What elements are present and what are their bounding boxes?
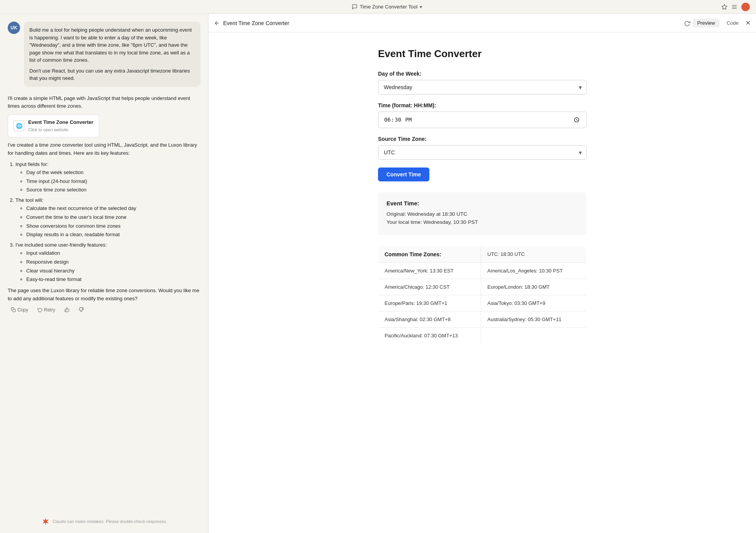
sub-item: Display results in a clean, readable for… (26, 231, 200, 239)
tz-cell: Pacific/Auckland: 07:30 GMT+13 (378, 327, 481, 343)
sub-item: Clear visual hierarchy (26, 267, 200, 275)
user-message: UK Build me a tool for helping people un… (8, 22, 200, 87)
tz-cell: America/Chicago: 12:30 CST (378, 279, 481, 295)
assistant-body-1: I've created a time zone converter tool … (8, 141, 200, 157)
list-item-2-sub: Calculate the next occurrence of the sel… (26, 205, 200, 239)
timezone-select-wrapper: UTC America/New_York America/Los_Angeles… (378, 145, 586, 160)
top-bar-actions (721, 3, 750, 11)
sub-item: Responsive design (26, 258, 200, 266)
list-item-3-title: I've included some user-friendly feature… (15, 242, 107, 248)
top-bar: Time Zone Converter Tool ▾ (0, 0, 756, 14)
sub-item: Time input (24-hour format) (26, 178, 200, 186)
tool-title: Event Time Converter (378, 48, 586, 60)
timezone-table: Common Time Zones: UTC: 18:30 UTC Americ… (378, 246, 586, 344)
preview-close-button[interactable]: ✕ (746, 19, 751, 27)
table-row: Asia/Shanghai: 02:30 GMT+8 Australia/Syd… (378, 311, 586, 327)
website-card-title: Event Time Zone Converter (28, 118, 93, 127)
globe-icon: 🌐 (14, 120, 24, 131)
day-select-wrapper: Wednesday Monday Tuesday Thursday Friday… (378, 80, 586, 95)
website-card-text: Event Time Zone Converter Click to open … (28, 118, 93, 133)
user-text-1: Build me a tool for helping people under… (29, 26, 195, 64)
tool-container: Event Time Converter Day of the Week: We… (378, 48, 586, 344)
star-icon[interactable] (721, 4, 727, 10)
list-item-1: Input fields for: Day of the week select… (15, 161, 200, 194)
refresh-icon (684, 20, 690, 26)
thumbs-up-button[interactable] (61, 306, 73, 313)
chat-panel: UK Build me a tool for helping people un… (0, 14, 208, 533)
day-label: Day of the Week: (378, 71, 586, 77)
retry-button[interactable]: Retry (34, 306, 58, 314)
claude-icon (41, 517, 50, 526)
svg-marker-0 (722, 4, 727, 9)
retry-label: Retry (44, 307, 55, 313)
day-form-group: Day of the Week: Wednesday Monday Tuesda… (378, 71, 586, 95)
user-avatar-top[interactable] (741, 3, 750, 11)
sub-item: Easy-to-read time format (26, 276, 200, 284)
tz-cell: Australia/Sydney: 05:30 GMT+11 (481, 311, 586, 327)
thumbs-up-icon (64, 307, 69, 312)
main-layout: UK Build me a tool for helping people un… (0, 14, 756, 533)
svg-rect-4 (13, 309, 15, 312)
website-card[interactable]: 🌐 Event Time Zone Converter Click to ope… (8, 114, 99, 137)
preview-panel: Event Time Zone Converter Preview Code ✕… (208, 14, 756, 533)
time-label: Time (format: HH:MM): (378, 102, 586, 108)
top-bar-title-area: Time Zone Converter Tool ▾ (352, 4, 422, 10)
sub-item: Input validation (26, 249, 200, 257)
time-input[interactable] (378, 112, 586, 128)
tz-cell: America/New_York: 13:30 EST (378, 262, 481, 279)
chat-footer: Claude can make mistakes. Please double-… (8, 514, 200, 529)
timezone-label: Source Time Zone: (378, 136, 586, 142)
event-time-result-box: Event Time: Original: Wednesday at 18:30… (378, 192, 586, 235)
top-bar-chevron[interactable]: ▾ (420, 4, 422, 10)
preview-title: Event Time Zone Converter (223, 20, 289, 26)
list-item-1-sub: Day of the week selection Time input (24… (26, 169, 200, 194)
list-item-2: The tool will: Calculate the next occurr… (15, 196, 200, 239)
time-form-group: Time (format: HH:MM): (378, 102, 586, 128)
feature-list: Input fields for: Day of the week select… (15, 161, 200, 284)
code-tab-button[interactable]: Code (722, 19, 743, 27)
table-row: Pacific/Auckland: 07:30 GMT+13 (378, 327, 586, 343)
result-original: Original: Wednesday at 18:30 UTC (386, 211, 578, 217)
event-time-result-title: Event Time: (386, 200, 578, 206)
menu-icon[interactable] (731, 4, 737, 10)
tz-utc-value: UTC: 18:30 UTC (481, 246, 586, 262)
preview-toolbar-left: Event Time Zone Converter (214, 20, 289, 26)
footer-notice: Claude can make mistakes. Please double-… (53, 519, 167, 524)
copy-button[interactable]: Copy (8, 306, 31, 314)
thumbs-down-button[interactable] (76, 306, 87, 313)
tz-cell: Europe/London: 18:30 GMT (481, 279, 586, 295)
list-item-2-title: The tool will: (15, 197, 43, 203)
convert-button[interactable]: Convert Time (378, 168, 429, 181)
time-input-wrapper (378, 112, 586, 128)
tz-cell: Europe/Paris: 19:30 GMT+1 (378, 295, 481, 311)
assistant-message: I'll create a simple HTML page with Java… (8, 95, 200, 314)
tz-cell: Asia/Shanghai: 02:30 GMT+8 (378, 311, 481, 327)
chat-icon (352, 4, 358, 10)
list-item-3: I've included some user-friendly feature… (15, 241, 200, 284)
preview-tab-button[interactable]: Preview (693, 19, 720, 27)
tz-header-row: Common Time Zones: UTC: 18:30 UTC (378, 246, 586, 262)
preview-back-button[interactable] (214, 20, 220, 26)
table-row: Europe/Paris: 19:30 GMT+1 Asia/Tokyo: 03… (378, 295, 586, 311)
timezone-select[interactable]: UTC America/New_York America/Los_Angeles… (378, 145, 586, 160)
preview-toolbar: Event Time Zone Converter Preview Code ✕ (208, 14, 756, 32)
sub-item: Day of the week selection (26, 169, 200, 177)
assistant-intro: I'll create a simple HTML page with Java… (8, 95, 200, 111)
thumbs-down-icon (79, 307, 84, 312)
assistant-footer: The page uses the Luxon library for reli… (8, 287, 200, 303)
user-bubble: Build me a tool for helping people under… (24, 22, 200, 87)
tz-cell: America/Los_Angeles: 10:30 PST (481, 262, 586, 279)
website-card-subtitle: Click to open website (28, 127, 93, 134)
preview-refresh-button[interactable] (684, 20, 690, 26)
day-select[interactable]: Wednesday Monday Tuesday Thursday Friday… (378, 80, 586, 95)
tz-table-title: Common Time Zones: (378, 246, 481, 262)
sub-item: Convert the time to the user's local tim… (26, 213, 200, 222)
list-item-1-title: Input fields for: (15, 161, 48, 167)
timezone-form-group: Source Time Zone: UTC America/New_York A… (378, 136, 586, 160)
sub-item: Calculate the next occurrence of the sel… (26, 205, 200, 213)
table-row: America/New_York: 13:30 EST America/Los_… (378, 262, 586, 279)
back-arrow-icon (214, 20, 220, 26)
table-row: America/Chicago: 12:30 CST Europe/London… (378, 279, 586, 295)
user-text-2: Don't use React, but you can use any ext… (29, 67, 195, 82)
message-actions: Copy Retry (8, 306, 200, 314)
